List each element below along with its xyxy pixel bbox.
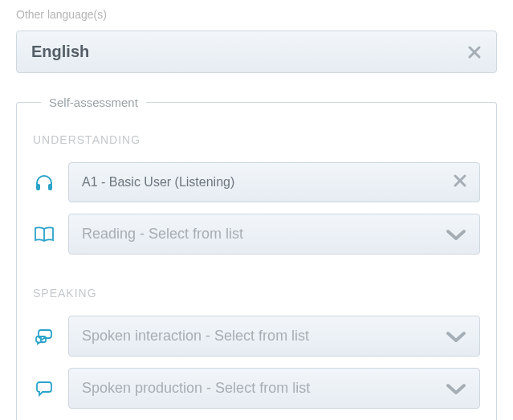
speaking-label: SPEAKING: [33, 287, 480, 300]
chevron-down-icon: [446, 330, 466, 343]
headphones-icon: [33, 173, 55, 191]
svg-rect-0: [36, 184, 40, 190]
clear-listening-button[interactable]: [454, 174, 466, 190]
spoken-interaction-placeholder: Spoken interaction - Select from list: [82, 328, 309, 345]
book-icon: [33, 226, 55, 243]
listening-selector[interactable]: A1 - Basic User (Listening): [68, 162, 480, 202]
remove-language-button[interactable]: [467, 45, 482, 59]
spoken-interaction-row: Spoken interaction - Select from list: [33, 316, 480, 357]
language-title: English: [31, 43, 89, 61]
chat-bubbles-icon: [33, 328, 55, 345]
fieldset-legend: Self-assessment: [41, 96, 146, 109]
understanding-label: UNDERSTANDING: [33, 133, 480, 146]
spoken-production-selector[interactable]: Spoken production - Select from list: [68, 368, 480, 409]
section-label: Other language(s): [16, 8, 497, 21]
spoken-production-placeholder: Spoken production - Select from list: [82, 380, 310, 397]
svg-rect-1: [48, 184, 52, 190]
chevron-down-icon: [446, 228, 466, 241]
listening-row: A1 - Basic User (Listening): [33, 162, 480, 202]
spoken-interaction-selector[interactable]: Spoken interaction - Select from list: [68, 316, 480, 357]
close-icon: [454, 174, 466, 190]
reading-row: Reading - Select from list: [33, 214, 480, 255]
language-bar: English: [16, 31, 497, 73]
spoken-production-row: Spoken production - Select from list: [33, 368, 480, 409]
close-icon: [467, 45, 482, 59]
reading-placeholder: Reading - Select from list: [82, 226, 243, 243]
listening-value: A1 - Basic User (Listening): [82, 175, 234, 190]
reading-selector[interactable]: Reading - Select from list: [68, 214, 480, 255]
chevron-down-icon: [446, 382, 466, 395]
self-assessment-fieldset: Self-assessment UNDERSTANDING A1 - Basic…: [16, 96, 497, 420]
speech-bubble-icon: [33, 381, 55, 397]
